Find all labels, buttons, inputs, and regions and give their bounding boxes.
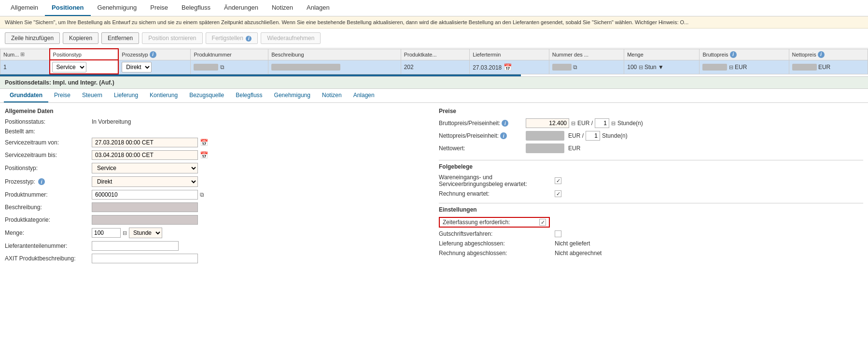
detail-tab-steuern[interactable]: Steuern <box>76 89 108 102</box>
positionsstatus-row: Positionsstatus: In Vorbereitung <box>5 118 429 125</box>
copy-icon-produktnummer[interactable]: ⧉ <box>200 191 204 198</box>
bruttopreis-calc-icon[interactable]: ⊟ <box>571 120 575 127</box>
cell-beschreibung: ████ ████████ ████ <box>268 60 401 74</box>
lieferantenteilenummer-input[interactable] <box>92 241 179 251</box>
finalize-button[interactable]: Fertigstellen i <box>206 32 258 44</box>
lieferung-abgeschlossen-row: Lieferung abgeschlossen: Nicht geliefert <box>439 240 863 247</box>
cell-liefertermin: 27.03.2018 📅 <box>470 60 549 74</box>
detail-tab-genehmigung[interactable]: Genehmigung <box>268 89 316 102</box>
positions-table: Num... ⊞ Positionstyp Prozesstyp i Produ… <box>0 48 868 74</box>
col-header-produktkategorie: Produktkate... <box>401 49 470 60</box>
detail-tab-bezugsquelle[interactable]: Bezugsquelle <box>183 89 230 102</box>
gutschriftsverfahren-row: Gutschriftsverfahren: <box>439 230 863 237</box>
tab-preise[interactable]: Preise <box>143 0 175 16</box>
axit-input[interactable] <box>92 254 198 263</box>
calendar-icon-von[interactable]: 📅 <box>200 139 208 146</box>
servicezeitraum-von-input[interactable] <box>92 138 198 147</box>
bruttopreis-value: ██████ <box>702 64 727 71</box>
tab-notizen[interactable]: Notizen <box>265 0 300 16</box>
positionstyp-detail-select[interactable]: Service <box>92 163 198 173</box>
wareneingang-row: Wareneingangs- und Serviceerbringungsbel… <box>439 174 863 187</box>
col-header-nummer-des: Nummer des ... <box>549 49 624 60</box>
cell-prozesstyp: Direkt <box>118 60 191 74</box>
cell-produktnummer: ██████ ⧉ <box>191 60 268 74</box>
menge-unit-icon[interactable]: ▼ <box>658 64 664 71</box>
allgemeine-daten-title: Allgemeine Daten <box>5 108 429 115</box>
menge-calc-icon[interactable]: ⊟ <box>123 230 127 236</box>
gutschriftsverfahren-checkbox <box>555 230 561 237</box>
detail-tab-kontierung[interactable]: Kontierung <box>144 89 183 102</box>
nettopreis-preiseinheit-row: Nettopreis/Preiseinheit: i ████████ EUR … <box>439 131 863 141</box>
wareneingang-checkbox-input[interactable]: ✓ <box>555 177 561 184</box>
servicezeitraum-bis-input[interactable] <box>92 150 198 160</box>
positionstyp-select[interactable]: Service <box>52 62 86 72</box>
detail-tab-lieferung[interactable]: Lieferung <box>108 89 144 102</box>
table-icon[interactable]: ⊞ <box>20 51 25 57</box>
detail-tab-notizen[interactable]: Notizen <box>316 89 348 102</box>
bruttopreis-calc-icon-2[interactable]: ⊟ <box>611 120 616 127</box>
copy-icon[interactable]: ⧉ <box>220 64 224 71</box>
calc-icon-2[interactable]: ⊟ <box>729 64 733 70</box>
nettopreis-help-icon[interactable]: i <box>818 51 825 58</box>
zeiterfassung-checkbox-input[interactable]: ✓ <box>539 219 546 226</box>
detail-tab-belegfluss[interactable]: Belegfluss <box>230 89 268 102</box>
rechnung-erwartet-checkbox: ✓ <box>555 190 561 197</box>
tab-belegfluss[interactable]: Belegfluss <box>175 0 217 16</box>
lieferantenteilenummer-label: Lieferantenteilenummer: <box>5 243 92 249</box>
rechnung-abgeschlossen-value: Nicht abgerechnet <box>555 250 602 257</box>
copy-button[interactable]: Kopieren <box>63 32 98 44</box>
add-row-button[interactable]: Zeile hinzufügen <box>5 32 60 44</box>
beschreibung-row: Beschreibung: <box>5 202 429 212</box>
folgebelege-section: Folgebelege Wareneingangs- und Serviceer… <box>439 163 863 197</box>
calendar-icon-bis[interactable]: 📅 <box>200 151 208 159</box>
servicezeitraum-bis-label: Servicezeitraum bis: <box>5 152 92 158</box>
tab-allgemein[interactable]: Allgemein <box>4 0 45 16</box>
col-header-liefertermin: Liefertermin <box>470 49 549 60</box>
detail-tab-preise[interactable]: Preise <box>48 89 76 102</box>
prozesstyp-select[interactable]: Direkt <box>122 62 152 72</box>
remove-button[interactable]: Entfernen <box>101 32 139 44</box>
nettopreis-value: ████████ <box>526 131 564 141</box>
bruttopreis-input[interactable] <box>526 118 569 128</box>
prozesstyp-row: Prozesstyp: i Direkt <box>5 176 429 187</box>
prozesstyp-detail-help-icon[interactable]: i <box>38 178 45 185</box>
axit-value <box>92 254 429 263</box>
produktnummer-value: ██████ <box>194 64 218 71</box>
menge-input[interactable] <box>92 228 121 238</box>
copy-icon-2[interactable]: ⧉ <box>573 64 577 71</box>
detail-tab-grunddaten[interactable]: Grunddaten <box>4 89 48 102</box>
tab-aenderungen[interactable]: Änderungen <box>217 0 265 16</box>
calendar-icon[interactable]: 📅 <box>504 63 512 71</box>
produktnummer-input[interactable] <box>92 190 198 200</box>
cancel-position-button[interactable]: Position stornieren <box>142 32 202 44</box>
nettopreis-qty-input[interactable] <box>586 131 600 141</box>
bruttopreis-help-icon-2[interactable]: i <box>502 120 508 127</box>
section-header: Positionsdetails: Impl. und Integr. (Auf… <box>0 76 868 89</box>
rechnung-erwartet-checkbox-input[interactable]: ✓ <box>555 190 561 197</box>
top-navigation: Allgemein Positionen Genehmigung Preise … <box>0 0 868 16</box>
divider-folgebelege <box>439 203 863 203</box>
produktnummer-value: ⧉ <box>92 190 429 200</box>
lieferung-abgeschlossen-label: Lieferung abgeschlossen: <box>439 240 555 247</box>
positionstyp-label: Positionstyp: <box>5 165 92 172</box>
bruttopreis-qty-input[interactable] <box>595 118 609 128</box>
prozesstyp-detail-select[interactable]: Direkt <box>92 176 198 187</box>
menge-row: Menge: ⊟ Stunde <box>5 228 429 238</box>
tab-genehmigung[interactable]: Genehmigung <box>91 0 144 16</box>
produktkategorie-input[interactable] <box>92 215 198 225</box>
toolbar: Zeile hinzufügen Kopieren Entfernen Posi… <box>0 29 868 48</box>
prozesstyp-help-icon[interactable]: i <box>150 51 156 58</box>
bruttopreis-help-icon[interactable]: i <box>730 51 737 58</box>
tab-anlagen[interactable]: Anlagen <box>300 0 336 16</box>
gutschriftsverfahren-label: Gutschriftsverfahren: <box>439 230 555 237</box>
einstellungen-section: Einstellungen Zeiterfassung erforderlich… <box>439 206 863 257</box>
detail-tab-anlagen[interactable]: Anlagen <box>348 89 380 102</box>
nettopreis-help-icon-2[interactable]: i <box>500 132 507 139</box>
calc-icon[interactable]: ⊟ <box>639 64 643 70</box>
resume-button[interactable]: Wiederaufnehmen <box>261 32 321 44</box>
tab-positionen[interactable]: Positionen <box>45 0 90 16</box>
gutschriftsverfahren-checkbox-input[interactable] <box>555 230 561 237</box>
produktnummer-row: Produktnummer: ⧉ <box>5 190 429 200</box>
beschreibung-input[interactable] <box>92 202 198 212</box>
menge-unit-select[interactable]: Stunde <box>129 228 162 238</box>
